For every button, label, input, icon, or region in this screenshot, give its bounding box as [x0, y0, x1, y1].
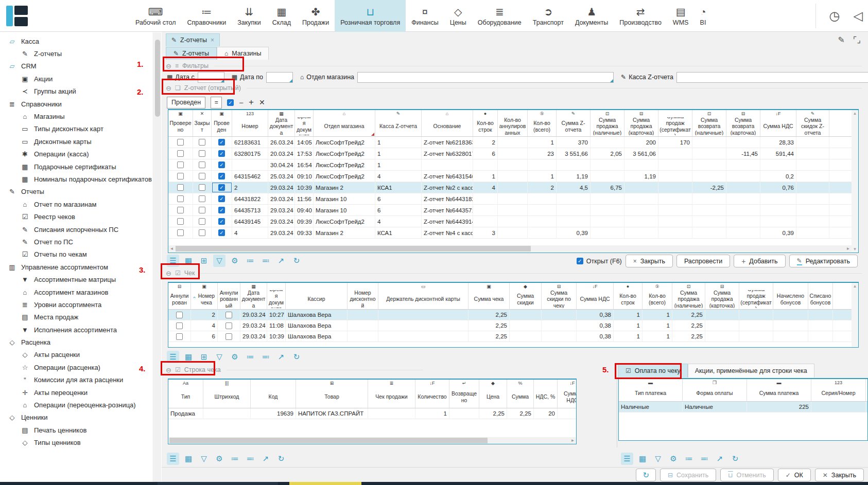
row-checkbox[interactable]	[199, 150, 205, 157]
ok-button[interactable]: ✓ОК	[778, 469, 811, 481]
sidebar-item[interactable]: ⌂Операции (переоценка-розница)	[0, 399, 153, 411]
refresh-icon[interactable]: ↻	[290, 255, 303, 267]
row-checkbox[interactable]	[218, 173, 225, 179]
list-view-icon[interactable]: ☰	[167, 453, 179, 465]
refresh-icon[interactable]: ↻	[275, 453, 287, 465]
column-header-9[interactable]: ◆Сумма скидки	[510, 283, 542, 309]
row-checkbox[interactable]	[199, 218, 205, 225]
vertical-scrollbar[interactable]: ▲	[852, 283, 858, 347]
tab-close-icon[interactable]: ×	[211, 37, 214, 44]
collapse-icon[interactable]: ⊖	[166, 270, 171, 277]
sidebar-item[interactable]: ▤Печать ценников	[0, 424, 153, 436]
row-checkbox[interactable]	[177, 139, 184, 146]
column-header-3[interactable]: ⊞Товар	[296, 380, 368, 408]
sidebar-item[interactable]: ✎Отчет по ПС	[0, 236, 153, 248]
grid-view-icon[interactable]: ▦	[636, 453, 649, 465]
column-header-2[interactable]: Аннулированный	[218, 283, 240, 309]
vertical-scrollbar[interactable]: ▲▼	[852, 110, 858, 253]
calendar-view-icon[interactable]: ⊞	[198, 351, 210, 363]
column-header-7[interactable]: ✎Касса Z-отчета	[375, 110, 422, 136]
presentation-icon[interactable]: ◁	[854, 9, 863, 23]
column-header-14[interactable]: ⊡Сумма продажа (наличные)	[672, 283, 705, 309]
sidebar-item[interactable]: ⌂Магазины	[0, 110, 153, 122]
sidebar-item[interactable]: ✎Отчеты	[0, 186, 153, 198]
collapse-icon[interactable]: ⊖	[166, 62, 171, 70]
sidebar-item[interactable]: ◇Расценка	[0, 336, 153, 348]
table-row[interactable]: 6328017520.03.2417:53ЛюксСофтТрейд21Z-от…	[168, 148, 858, 159]
row-checkbox[interactable]	[225, 312, 232, 318]
row-checkbox[interactable]	[218, 139, 225, 146]
cancel-button[interactable]: ⊔Отменить	[720, 469, 774, 481]
column-header-11[interactable]: ⑤Кол-во (всего)	[528, 110, 557, 136]
sidebar-item[interactable]: ◇Ценники	[0, 411, 153, 424]
sidebar-item[interactable]: ≣Уровни ассортимента	[0, 298, 153, 311]
row-checkbox[interactable]	[218, 195, 225, 202]
sidebar-item[interactable]: ◇Типы ценников	[0, 437, 153, 449]
sidebar-item[interactable]: ☑Отчеты по чекам	[0, 248, 153, 261]
row-checkbox[interactable]	[199, 139, 205, 146]
row-checkbox[interactable]	[199, 173, 205, 179]
column-header-5[interactable]: ↓FКоличество	[415, 380, 449, 408]
sidebar-item[interactable]: ☆Операции (расценка)	[0, 361, 153, 373]
sidebar-item[interactable]: ◇Акты расценки	[0, 349, 153, 361]
tab-stores[interactable]: ⌂ Магазины	[217, 47, 269, 60]
date-from-input[interactable]	[198, 72, 224, 83]
refresh-button[interactable]: ↻	[636, 469, 656, 481]
horizontal-scrollbar[interactable]: ◄►	[168, 245, 852, 252]
column-header-3[interactable]: 123Номер	[232, 110, 268, 136]
nav-item-wms[interactable]: ▤WMS	[667, 0, 695, 32]
column-header-12[interactable]: ●Кол-во строк	[614, 283, 643, 309]
table-row[interactable]: 30.04.2416:54ЛюксСофтТрейд21	[168, 159, 858, 171]
open-f6-checkbox[interactable]: Открыт (F6)	[577, 258, 622, 265]
nav-item-equipment[interactable]: ≣Оборудование	[472, 0, 527, 32]
row-checkbox[interactable]	[218, 161, 225, 168]
filter-icon[interactable]: ▽	[652, 453, 664, 465]
fullscreen-icon[interactable]: ⌜⌟	[853, 35, 861, 45]
column-header-1[interactable]: ❐Форма оплаты	[683, 379, 747, 401]
row-checkbox[interactable]	[225, 322, 232, 329]
row-checkbox[interactable]	[177, 229, 184, 236]
column-header-15[interactable]: Сумма продаж (сертификат)	[658, 110, 692, 136]
column-header-2[interactable]: ▬Сумма платежа	[747, 379, 811, 401]
table-row[interactable]: 6218363126.03.2414:05ЛюксСофтТрейд21Z-от…	[168, 137, 858, 148]
list-view-icon[interactable]: ☰	[167, 255, 179, 267]
filter-icon[interactable]: ▽	[213, 351, 225, 363]
row-checkbox[interactable]	[218, 229, 225, 236]
column-header-1[interactable]: ▣⌃ Номер чека	[191, 283, 218, 309]
sidebar-item[interactable]: ⌂Ассортимент магазинов	[0, 286, 153, 298]
nav-item-purchases[interactable]: ⇊Закупки	[232, 0, 267, 32]
list-view-icon[interactable]: ☰	[167, 351, 179, 363]
collapse-icon[interactable]: ⊖	[166, 84, 171, 92]
condition-operator[interactable]: =	[211, 97, 222, 109]
column-header-3[interactable]: ▦Дата документа	[240, 283, 267, 309]
sidebar-item[interactable]: ☑Реестр чеков	[0, 210, 153, 223]
edit-icon[interactable]: ✎	[838, 35, 845, 45]
sidebar-item[interactable]: ⌂Отчет по магазинам	[0, 198, 153, 210]
export-icon[interactable]: ↗	[714, 453, 726, 465]
sidebar-item[interactable]: ▥Управление ассортиментом	[0, 261, 153, 273]
row-checkbox[interactable]	[225, 333, 232, 340]
column-header-9[interactable]: НДС, %	[534, 380, 558, 408]
refresh-icon[interactable]: ↻	[290, 351, 303, 363]
store-dept-input[interactable]	[357, 72, 614, 83]
sidebar-item[interactable]: ✎Списания испорченных ПС	[0, 223, 153, 236]
column-header-0[interactable]: ▣Проверено	[168, 110, 193, 136]
clear-condition-icon[interactable]: ✕	[259, 98, 265, 106]
close-record-button[interactable]: ×Закрыть	[626, 255, 673, 267]
nav-item-desktop[interactable]: ⌨Рабочий стол	[130, 0, 181, 32]
close-button[interactable]: ✕Закрыть	[815, 469, 864, 481]
column-header-7[interactable]: ◆Цена	[479, 380, 507, 408]
row-checkbox[interactable]	[199, 195, 205, 202]
nav-item-production[interactable]: ⇄Производство	[614, 0, 667, 32]
table-row[interactable]: 629.03.2410:39Шалахова Вера2,250,38112,2…	[168, 331, 858, 342]
column-header-15[interactable]: ⊟Сумма продажа (карточка)	[705, 283, 739, 309]
filters-group-header[interactable]: ⊖ ≡ Фильтры	[166, 60, 862, 71]
column-header-18[interactable]: Списано бонусов	[808, 283, 833, 309]
column-header-6[interactable]: ↵Возвращено	[449, 380, 479, 408]
table-row[interactable]: 6443182229.03.2411:56Магазин 106Z-отчет …	[168, 193, 858, 205]
add-list-icon[interactable]: ≕	[259, 255, 272, 267]
row-checkbox[interactable]	[199, 161, 205, 168]
line-group-header[interactable]: ⊖ ☑ Строка чека	[166, 364, 423, 375]
add-list-icon[interactable]: ≕	[244, 453, 256, 465]
column-header-18[interactable]: ↓FСумма НДС	[760, 110, 796, 136]
